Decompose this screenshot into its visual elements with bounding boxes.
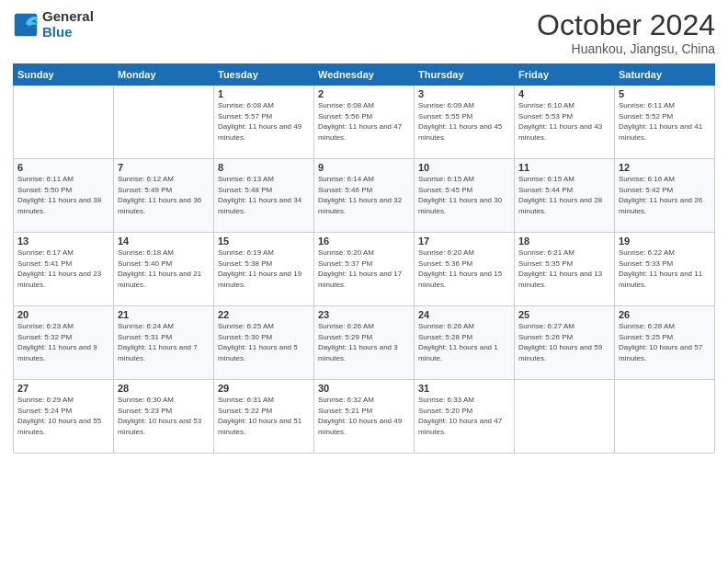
weekday-header-thursday: Thursday <box>415 64 515 86</box>
calendar-cell: 22Sunrise: 6:25 AM Sunset: 5:30 PM Dayli… <box>214 306 314 380</box>
weekday-header-sunday: Sunday <box>14 64 114 86</box>
calendar-cell: 13Sunrise: 6:17 AM Sunset: 5:41 PM Dayli… <box>14 233 114 306</box>
day-info: Sunrise: 6:26 AM Sunset: 5:29 PM Dayligh… <box>318 321 410 363</box>
logo-general-text: General <box>42 9 94 25</box>
day-info: Sunrise: 6:27 AM Sunset: 5:26 PM Dayligh… <box>518 321 610 363</box>
day-info: Sunrise: 6:12 AM Sunset: 5:49 PM Dayligh… <box>118 174 210 216</box>
day-number: 3 <box>418 88 510 99</box>
day-info: Sunrise: 6:15 AM Sunset: 5:45 PM Dayligh… <box>418 174 510 216</box>
day-info: Sunrise: 6:19 AM Sunset: 5:38 PM Dayligh… <box>218 247 310 290</box>
day-info: Sunrise: 6:08 AM Sunset: 5:57 PM Dayligh… <box>218 100 310 143</box>
calendar-cell: 6Sunrise: 6:11 AM Sunset: 5:50 PM Daylig… <box>14 159 114 233</box>
weekday-header-friday: Friday <box>515 64 615 86</box>
calendar-cell: 15Sunrise: 6:19 AM Sunset: 5:38 PM Dayli… <box>214 233 314 306</box>
logo-text: General Blue <box>42 9 94 40</box>
day-number: 9 <box>318 162 410 173</box>
day-number: 12 <box>619 162 711 173</box>
calendar-cell: 29Sunrise: 6:31 AM Sunset: 5:22 PM Dayli… <box>214 380 314 454</box>
calendar-week-row: 27Sunrise: 6:29 AM Sunset: 5:24 PM Dayli… <box>14 380 715 454</box>
day-info: Sunrise: 6:20 AM Sunset: 5:36 PM Dayligh… <box>418 247 510 290</box>
day-info: Sunrise: 6:10 AM Sunset: 5:53 PM Dayligh… <box>518 100 610 143</box>
calendar-cell: 28Sunrise: 6:30 AM Sunset: 5:23 PM Dayli… <box>114 380 214 454</box>
day-number: 19 <box>619 236 711 247</box>
day-info: Sunrise: 6:30 AM Sunset: 5:23 PM Dayligh… <box>118 395 210 437</box>
day-info: Sunrise: 6:17 AM Sunset: 5:41 PM Dayligh… <box>17 247 109 290</box>
calendar-page: General Blue October 2024 Huankou, Jiang… <box>0 0 728 563</box>
weekday-header-tuesday: Tuesday <box>214 64 314 86</box>
day-number: 10 <box>418 162 510 173</box>
day-info: Sunrise: 6:20 AM Sunset: 5:37 PM Dayligh… <box>318 247 410 290</box>
day-info: Sunrise: 6:08 AM Sunset: 5:56 PM Dayligh… <box>318 100 410 143</box>
day-info: Sunrise: 6:16 AM Sunset: 5:42 PM Dayligh… <box>619 174 711 216</box>
day-number: 29 <box>218 383 310 394</box>
calendar-cell: 19Sunrise: 6:22 AM Sunset: 5:33 PM Dayli… <box>615 233 715 306</box>
day-info: Sunrise: 6:22 AM Sunset: 5:33 PM Dayligh… <box>619 247 711 290</box>
day-number: 6 <box>17 162 109 173</box>
day-info: Sunrise: 6:24 AM Sunset: 5:31 PM Dayligh… <box>118 321 210 363</box>
day-number: 21 <box>118 309 210 320</box>
day-number: 23 <box>318 309 410 320</box>
day-number: 26 <box>619 309 711 320</box>
day-number: 22 <box>218 309 310 320</box>
calendar-cell: 21Sunrise: 6:24 AM Sunset: 5:31 PM Dayli… <box>114 306 214 380</box>
day-info: Sunrise: 6:18 AM Sunset: 5:40 PM Dayligh… <box>118 247 210 290</box>
calendar-week-row: 13Sunrise: 6:17 AM Sunset: 5:41 PM Dayli… <box>14 233 715 306</box>
calendar-cell: 8Sunrise: 6:13 AM Sunset: 5:48 PM Daylig… <box>214 159 314 233</box>
day-number: 1 <box>218 88 310 99</box>
day-info: Sunrise: 6:28 AM Sunset: 5:25 PM Dayligh… <box>619 321 711 363</box>
calendar-cell: 16Sunrise: 6:20 AM Sunset: 5:37 PM Dayli… <box>314 233 415 306</box>
weekday-header-wednesday: Wednesday <box>314 64 415 86</box>
day-info: Sunrise: 6:29 AM Sunset: 5:24 PM Dayligh… <box>17 395 109 437</box>
day-info: Sunrise: 6:33 AM Sunset: 5:20 PM Dayligh… <box>418 395 510 437</box>
calendar-header-row: SundayMondayTuesdayWednesdayThursdayFrid… <box>14 64 715 86</box>
calendar-week-row: 6Sunrise: 6:11 AM Sunset: 5:50 PM Daylig… <box>14 159 715 233</box>
calendar-cell: 7Sunrise: 6:12 AM Sunset: 5:49 PM Daylig… <box>114 159 214 233</box>
calendar-cell: 10Sunrise: 6:15 AM Sunset: 5:45 PM Dayli… <box>415 159 515 233</box>
day-number: 13 <box>17 236 109 247</box>
day-info: Sunrise: 6:23 AM Sunset: 5:32 PM Dayligh… <box>17 321 109 363</box>
weekday-header-monday: Monday <box>114 64 214 86</box>
calendar-cell: 5Sunrise: 6:11 AM Sunset: 5:52 PM Daylig… <box>615 86 715 159</box>
day-number: 4 <box>518 88 610 99</box>
day-number: 25 <box>518 309 610 320</box>
calendar-cell: 27Sunrise: 6:29 AM Sunset: 5:24 PM Dayli… <box>14 380 114 454</box>
day-number: 16 <box>318 236 410 247</box>
calendar-cell: 31Sunrise: 6:33 AM Sunset: 5:20 PM Dayli… <box>415 380 515 454</box>
calendar-cell: 18Sunrise: 6:21 AM Sunset: 5:35 PM Dayli… <box>515 233 615 306</box>
calendar-cell: 9Sunrise: 6:14 AM Sunset: 5:46 PM Daylig… <box>314 159 415 233</box>
day-number: 17 <box>418 236 510 247</box>
day-info: Sunrise: 6:15 AM Sunset: 5:44 PM Dayligh… <box>518 174 610 216</box>
calendar-cell: 26Sunrise: 6:28 AM Sunset: 5:25 PM Dayli… <box>615 306 715 380</box>
calendar-cell <box>14 86 114 159</box>
day-info: Sunrise: 6:21 AM Sunset: 5:35 PM Dayligh… <box>518 247 610 290</box>
day-info: Sunrise: 6:14 AM Sunset: 5:46 PM Dayligh… <box>318 174 410 216</box>
day-info: Sunrise: 6:13 AM Sunset: 5:48 PM Dayligh… <box>218 174 310 216</box>
day-info: Sunrise: 6:25 AM Sunset: 5:30 PM Dayligh… <box>218 321 310 363</box>
day-info: Sunrise: 6:09 AM Sunset: 5:55 PM Dayligh… <box>418 100 510 143</box>
day-number: 11 <box>518 162 610 173</box>
calendar-cell: 23Sunrise: 6:26 AM Sunset: 5:29 PM Dayli… <box>314 306 415 380</box>
calendar-cell: 25Sunrise: 6:27 AM Sunset: 5:26 PM Dayli… <box>515 306 615 380</box>
day-info: Sunrise: 6:11 AM Sunset: 5:50 PM Dayligh… <box>17 174 109 216</box>
calendar-cell: 2Sunrise: 6:08 AM Sunset: 5:56 PM Daylig… <box>314 86 415 159</box>
calendar-week-row: 1Sunrise: 6:08 AM Sunset: 5:57 PM Daylig… <box>14 86 715 159</box>
calendar-cell: 20Sunrise: 6:23 AM Sunset: 5:32 PM Dayli… <box>14 306 114 380</box>
title-block: October 2024 Huankou, Jiangsu, China <box>537 9 715 56</box>
day-number: 31 <box>418 383 510 394</box>
day-number: 18 <box>518 236 610 247</box>
calendar-cell: 11Sunrise: 6:15 AM Sunset: 5:44 PM Dayli… <box>515 159 615 233</box>
day-number: 7 <box>118 162 210 173</box>
calendar-cell: 12Sunrise: 6:16 AM Sunset: 5:42 PM Dayli… <box>615 159 715 233</box>
day-number: 2 <box>318 88 410 99</box>
day-info: Sunrise: 6:26 AM Sunset: 5:28 PM Dayligh… <box>418 321 510 363</box>
logo: General Blue <box>13 9 94 40</box>
day-number: 20 <box>17 309 109 320</box>
calendar-cell <box>515 380 615 454</box>
location: Huankou, Jiangsu, China <box>537 41 715 56</box>
day-info: Sunrise: 6:31 AM Sunset: 5:22 PM Dayligh… <box>218 395 310 437</box>
day-number: 27 <box>17 383 109 394</box>
calendar-cell <box>615 380 715 454</box>
page-header: General Blue October 2024 Huankou, Jiang… <box>13 9 715 56</box>
calendar-cell: 24Sunrise: 6:26 AM Sunset: 5:28 PM Dayli… <box>415 306 515 380</box>
calendar-cell: 14Sunrise: 6:18 AM Sunset: 5:40 PM Dayli… <box>114 233 214 306</box>
